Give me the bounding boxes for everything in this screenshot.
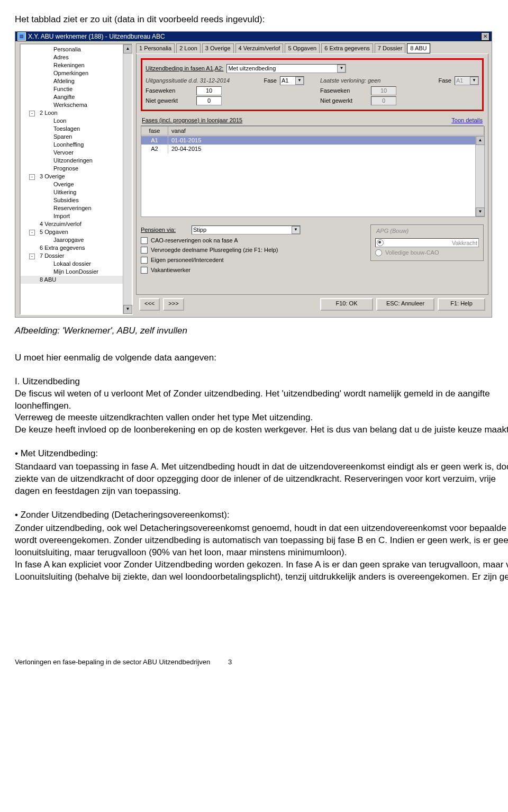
scroll-up-icon[interactable]: ▲ — [476, 136, 485, 145]
tree-item[interactable]: Subsidies — [21, 196, 132, 204]
tab[interactable]: 4 Verzuim/verlof — [235, 43, 284, 53]
tree-item[interactable]: 8 ABU — [21, 276, 132, 284]
chevron-down-icon[interactable]: ▼ — [295, 77, 304, 85]
checkbox-icon[interactable] — [141, 257, 148, 264]
tab[interactable]: 8 ABU — [407, 43, 430, 53]
tree-item[interactable]: Afdeling — [21, 77, 132, 85]
grid-header-fase[interactable]: fase — [141, 127, 168, 136]
tree-item[interactable]: Functie — [21, 85, 132, 93]
radio-icon — [375, 249, 382, 256]
bullet-heading: • Met Uitzendbeding: — [15, 448, 508, 460]
chevron-down-icon: ▼ — [470, 77, 478, 85]
tab[interactable]: 3 Overige — [202, 43, 234, 53]
nietgewerkt-left-input[interactable]: 0 — [196, 96, 222, 105]
pensioen-select[interactable]: Stipp▼ — [192, 225, 301, 234]
table-row[interactable]: A101-01-2015 — [141, 136, 476, 145]
highlighted-section: Uitzendbeding in fasen A1,A2: Met uitzen… — [141, 58, 484, 111]
ok-button[interactable]: F10: OK — [320, 298, 373, 311]
navigation-tree[interactable]: PersonaliaAdresRekeningenOpmerkingenAfde… — [20, 43, 133, 315]
tree-expand-icon[interactable]: - — [29, 174, 35, 180]
footer-title: Verloningen en fase-bepaling in de secto… — [15, 658, 210, 666]
scroll-down-icon[interactable]: ▼ — [123, 305, 132, 314]
tree-expand-icon[interactable]: - — [29, 111, 35, 116]
tree-item[interactable]: Rekeningen — [21, 61, 132, 69]
tab-8-abu-pane: Uitzendbeding in fasen A1,A2: Met uitzen… — [136, 53, 488, 295]
checkbox-icon[interactable] — [141, 267, 148, 274]
fases-title: Fases (incl. prognose) in loonjaar 2015 — [142, 116, 242, 124]
chevron-down-icon[interactable]: ▼ — [337, 65, 346, 73]
grid-scrollbar[interactable]: ▲ ▼ — [475, 136, 484, 216]
tree-item[interactable]: 4 Verzuim/verlof — [21, 220, 132, 228]
tree-item[interactable]: Uitzonderingen — [21, 157, 132, 165]
chevron-down-icon[interactable]: ▼ — [292, 226, 300, 234]
check-eigen-personeel[interactable]: Eigen personeel/Intercedent — [141, 256, 365, 264]
tree-item[interactable]: Reserveringen — [21, 204, 132, 212]
window-title: X.Y. ABU werknemer (188) - Uitzendbureau… — [28, 32, 165, 41]
paragraph-text: De fiscus wil weten of u verloont Met of… — [15, 388, 508, 412]
tab-strip: 1 Personalia2 Loon3 Overige4 Verzuim/ver… — [136, 43, 488, 53]
check-vervroegde-deelname[interactable]: Vervroegde deelname Plusregeling (zie F1… — [141, 246, 365, 254]
title-bar: ▧ X.Y. ABU werknemer (188) - Uitzendbure… — [15, 32, 492, 41]
nietgewerkt-right-display: 0 — [371, 96, 396, 105]
tree-item[interactable]: Personalia — [21, 46, 132, 53]
tree-expand-icon[interactable]: - — [29, 230, 35, 236]
fase-left-select[interactable]: A1▼ — [280, 76, 304, 85]
tree-item[interactable]: Werkschema — [21, 101, 132, 109]
checkbox-icon[interactable] — [141, 247, 148, 254]
tree-item[interactable]: 7 Dossier — [21, 252, 132, 260]
close-icon[interactable]: ✕ — [481, 32, 489, 41]
tree-item[interactable]: Import — [21, 212, 132, 220]
tab[interactable]: 6 Extra gegevens — [321, 43, 373, 53]
tree-item[interactable]: Loon — [21, 117, 132, 125]
tree-item[interactable]: Vervoer — [21, 149, 132, 157]
fases-grid[interactable]: fase vanaf A101-01-2015A220-04-2015 ▲ ▼ — [141, 126, 485, 217]
grid-header-vanaf[interactable]: vanaf — [168, 127, 484, 136]
page-footer: Verloningen en fase-bepaling in de secto… — [15, 657, 508, 667]
tree-item[interactable]: Aangifte — [21, 93, 132, 101]
faseweken-label-left: Faseweken — [146, 87, 193, 95]
tree-item[interactable]: Mijn LoonDossier — [21, 268, 132, 276]
tree-item[interactable]: Sparen — [21, 133, 132, 141]
tab[interactable]: 2 Loon — [176, 43, 201, 53]
tab[interactable]: 1 Personalia — [136, 43, 175, 53]
tree-item[interactable]: Loonheffing — [21, 141, 132, 149]
application-window: ▧ X.Y. ABU werknemer (188) - Uitzendbure… — [15, 31, 492, 318]
scroll-up-icon[interactable]: ▲ — [123, 44, 132, 53]
paragraph-text: De keuze heeft invloed op de loonbereken… — [15, 424, 508, 436]
table-row[interactable]: A220-04-2015 — [141, 145, 476, 154]
tree-item[interactable]: 3 Overige — [21, 173, 132, 181]
cancel-button[interactable]: ESC: Annuleer — [376, 298, 434, 311]
tree-item[interactable]: 5 Opgaven — [21, 228, 132, 236]
paragraph-text: Verreweg de meeste uitzendkrachten valle… — [15, 412, 508, 424]
tree-item[interactable]: Overige — [21, 181, 132, 188]
uitgang-label: Uitgangssituatie d.d. 31-12-2014 — [146, 77, 230, 85]
tree-item[interactable]: 2 Loon — [21, 109, 132, 117]
scroll-down-icon[interactable]: ▼ — [476, 207, 485, 216]
tree-item[interactable]: Toeslagen — [21, 125, 132, 133]
tree-item[interactable]: Adres — [21, 53, 132, 61]
tree-item[interactable]: Jaaropgave — [21, 236, 132, 244]
tree-item[interactable]: Opmerkingen — [21, 69, 132, 77]
nietgewerkt-label-right: Niet gewerkt — [320, 97, 368, 105]
faseweken-left-input[interactable]: 10 — [196, 86, 222, 95]
tree-scrollbar[interactable]: ▲ ▼ — [123, 44, 132, 314]
apg-bouw-group: APG (Bouw) Vakkracht Volledige bouw-CAO — [370, 224, 484, 261]
next-button[interactable]: >>> — [163, 298, 184, 311]
checkbox-icon[interactable] — [141, 237, 148, 244]
uitzendbeding-select[interactable]: Met uitzendbeding▼ — [226, 64, 346, 73]
tree-item[interactable]: Prognose — [21, 165, 132, 173]
tree-expand-icon[interactable]: - — [29, 254, 35, 259]
tree-item[interactable]: Uitkering — [21, 188, 132, 196]
tree-item[interactable]: Lokaal dossier — [21, 260, 132, 268]
toon-details-link[interactable]: Toon details — [451, 116, 483, 124]
window-foot-buttons: <<< >>> F10: OK ESC: Annuleer F1: Help — [136, 295, 488, 314]
check-vakantiewerker[interactable]: Vakantiewerker — [141, 266, 365, 274]
tab[interactable]: 7 Dossier — [375, 43, 405, 53]
tree-item[interactable]: 6 Extra gegevens — [21, 244, 132, 252]
check-cao-reserveringen[interactable]: CAO-reserveringen ook na fase A — [141, 237, 365, 245]
paragraph: In fase A kan expliciet voor Zonder Uitz… — [15, 559, 508, 583]
tab[interactable]: 5 Opgaven — [285, 43, 320, 53]
help-button[interactable]: F1: Help — [438, 298, 485, 311]
prev-button[interactable]: <<< — [139, 298, 160, 311]
numbered-heading: I. Uitzendbeding — [15, 376, 508, 388]
